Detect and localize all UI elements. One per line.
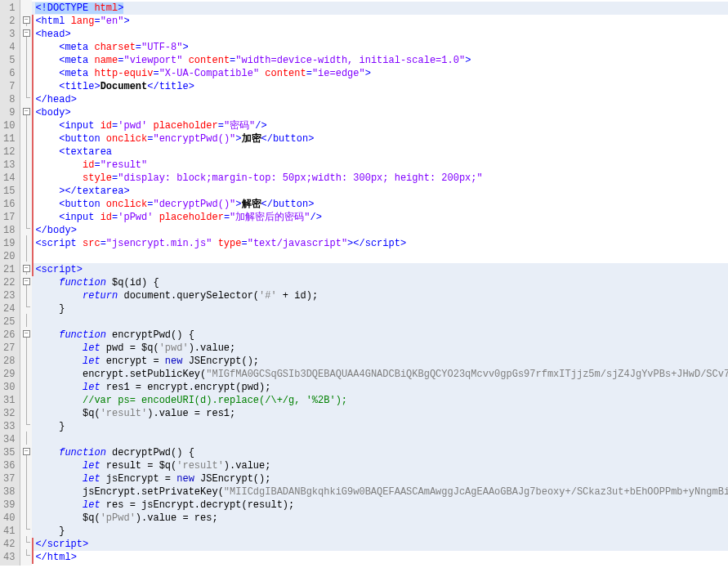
- fold-toggle-icon[interactable]: −: [23, 265, 30, 272]
- fold-end-icon: [26, 536, 30, 543]
- code-line[interactable]: [32, 315, 728, 329]
- code-line[interactable]: function $q(id) {: [32, 276, 728, 289]
- code-line[interactable]: }: [32, 302, 728, 315]
- line-number: 42: [3, 538, 15, 551]
- code-line[interactable]: <script>: [32, 263, 728, 276]
- code-line[interactable]: <button onclick="decryptPwd()">解密</butto…: [32, 198, 728, 211]
- fold-cell[interactable]: −: [20, 26, 32, 39]
- token-tag: body: [42, 107, 65, 119]
- code-line[interactable]: $q('result').value = res1;: [32, 407, 728, 420]
- code-line[interactable]: <button onclick="encryptPwd()">加密</butto…: [32, 132, 728, 145]
- token-str: 'result': [100, 408, 148, 419]
- code-line[interactable]: style="display: block;margin-top: 50px;w…: [32, 172, 728, 185]
- fold-toggle-icon[interactable]: −: [23, 330, 30, 338]
- fold-cell[interactable]: −: [20, 445, 32, 458]
- fold-cell[interactable]: −: [20, 327, 32, 340]
- code-line[interactable]: <meta http-equiv="X-UA-Compatible" conte…: [32, 67, 728, 80]
- token-punct: res1 = encrypt.encrypt(pwd);: [100, 382, 271, 393]
- token-aval: "text/javascript": [248, 238, 347, 249]
- code-line[interactable]: <input id='pPwd' placeholder="加解密后的密码"/>: [32, 211, 728, 224]
- code-line[interactable]: <title>Document</title>: [32, 80, 728, 93]
- token-ang: </: [147, 81, 159, 92]
- code-line[interactable]: return document.querySelector('#' + id);: [32, 289, 728, 302]
- token-punct: document.querySelector(: [118, 290, 259, 302]
- token-tag: =: [100, 238, 106, 249]
- code-line[interactable]: }: [32, 525, 728, 538]
- token-punct: $q(: [35, 512, 100, 524]
- code-line[interactable]: [32, 433, 728, 446]
- code-line[interactable]: <input id='pwd' placeholder="密码"/>: [32, 119, 728, 132]
- line-number: 10: [3, 119, 15, 132]
- token-tag: body: [47, 225, 71, 236]
- token-punct: [35, 473, 83, 485]
- token-punct: [35, 290, 83, 302]
- token-kw2: new: [176, 473, 194, 485]
- code-line[interactable]: let pwd = $q('pwd').value;: [32, 342, 728, 355]
- token-punct: [35, 120, 59, 132]
- code-line[interactable]: <head>: [32, 28, 728, 41]
- fold-toggle-icon[interactable]: −: [23, 108, 30, 115]
- token-aval: "密码": [224, 120, 255, 132]
- code-line[interactable]: </script>: [32, 538, 728, 551]
- fold-cell[interactable]: −: [20, 13, 32, 26]
- line-number: 39: [3, 499, 15, 512]
- code-line[interactable]: <meta charset="UTF-8">: [32, 41, 728, 54]
- code-line[interactable]: $q('pPwd').value = res;: [32, 512, 728, 525]
- fold-toggle-icon[interactable]: −: [23, 16, 30, 24]
- code-line[interactable]: let encrypt = new JSEncrypt();: [32, 355, 728, 368]
- token-ang: </: [35, 539, 47, 550]
- token-punct: [35, 356, 83, 367]
- token-kw: let: [83, 356, 100, 367]
- token-str: 'result': [176, 460, 224, 472]
- token-ang: </: [261, 199, 273, 210]
- fold-cell[interactable]: −: [20, 275, 32, 288]
- fold-column: −−−−−−−: [20, 0, 32, 566]
- code-line[interactable]: let result = $q('result').value;: [32, 459, 728, 472]
- fold-end-icon: [26, 523, 30, 530]
- token-kw: function: [59, 329, 106, 341]
- line-number: 33: [3, 420, 15, 433]
- code-line[interactable]: </body>: [32, 224, 728, 237]
- fold-toggle-icon[interactable]: −: [23, 448, 30, 455]
- fold-cell[interactable]: −: [20, 262, 32, 275]
- line-number: 3: [3, 28, 15, 41]
- token-str: "MIICdgIBADANBgkqhkiG9w0BAQEFAASCAmAwggJ…: [224, 486, 728, 498]
- fold-cell: [20, 118, 32, 131]
- code-line[interactable]: <!DOCTYPE html>: [32, 2, 728, 15]
- code-line[interactable]: <textarea: [32, 145, 728, 159]
- code-line[interactable]: jsEncrypt.setPrivateKey("MIICdgIBADANBgk…: [32, 485, 728, 499]
- code-line[interactable]: ></textarea>: [32, 185, 728, 198]
- token-kw2: new: [165, 356, 183, 367]
- token-kw: function: [59, 447, 106, 458]
- code-line[interactable]: let jsEncrypt = new JSEncrypt();: [32, 472, 728, 485]
- token-tag: input: [65, 212, 100, 223]
- code-line[interactable]: </head>: [32, 93, 728, 106]
- code-line[interactable]: //var ps= encodeURI(d).replace(/\+/g, '%…: [32, 394, 728, 407]
- code-line[interactable]: function decryptPwd() {: [32, 446, 728, 459]
- code-line[interactable]: let res1 = encrypt.encrypt(pwd);: [32, 381, 728, 394]
- code-editor-area[interactable]: <!DOCTYPE html><html lang="en"><head> <m…: [32, 0, 728, 566]
- fold-end-icon: [26, 92, 30, 98]
- code-line[interactable]: encrypt.setPublicKey("MIGfMA0GCSqGSIb3DQ…: [32, 368, 728, 381]
- code-line[interactable]: <body>: [32, 106, 728, 119]
- code-line[interactable]: </html>: [32, 551, 728, 564]
- code-line[interactable]: [32, 250, 728, 263]
- code-line[interactable]: let res = jsEncrypt.decrypt(result);: [32, 499, 728, 512]
- code-line[interactable]: function encryptPwd() {: [32, 329, 728, 342]
- code-line[interactable]: <html lang="en">: [32, 15, 728, 28]
- fold-toggle-icon[interactable]: −: [23, 29, 30, 37]
- fold-cell: [20, 432, 32, 445]
- token-ang: ></: [347, 238, 365, 249]
- code-line[interactable]: <meta name="viewport" content="width=dev…: [32, 54, 728, 67]
- line-number: 26: [3, 329, 15, 342]
- code-line[interactable]: <script src="jsencrypt.min.js" type="tex…: [32, 237, 728, 250]
- fold-cell[interactable]: −: [20, 105, 32, 118]
- token-str: 'pPwd': [100, 512, 136, 524]
- line-number: 4: [3, 41, 15, 54]
- code-line[interactable]: id="result": [32, 159, 728, 172]
- token-ang: >: [71, 225, 77, 236]
- fold-toggle-icon[interactable]: −: [23, 278, 30, 285]
- fold-cell: [20, 418, 32, 432]
- code-line[interactable]: }: [32, 420, 728, 433]
- token-ang: ></: [59, 186, 77, 197]
